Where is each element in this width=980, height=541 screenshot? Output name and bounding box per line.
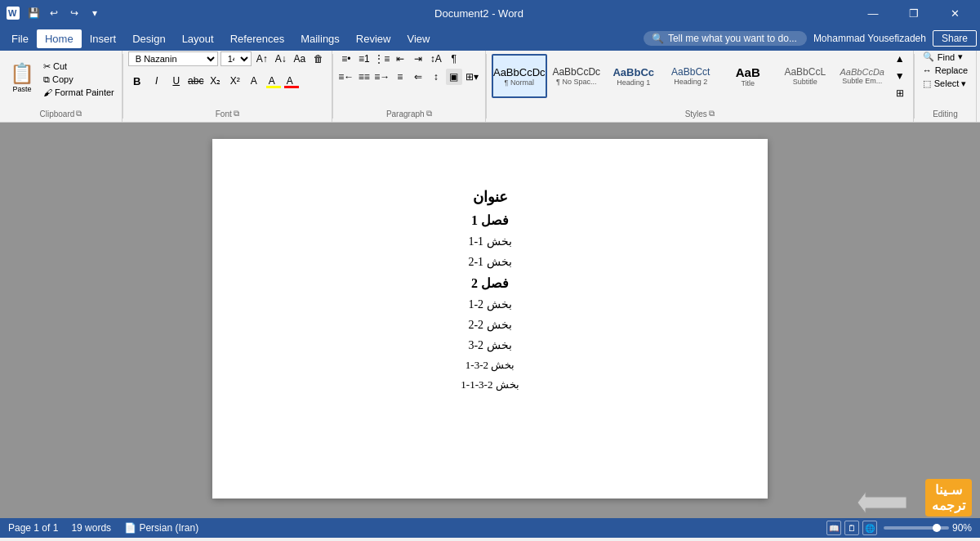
styles-more-button[interactable]: ⊞: [892, 85, 908, 101]
format-painter-icon: 🖌: [43, 87, 52, 97]
paste-button[interactable]: 📋 Paste: [5, 60, 39, 98]
title-bar: W 💾 ↩ ↪ ▾ Document2 - Word — ❐ ✕: [0, 0, 980, 26]
svg-text:W: W: [8, 8, 17, 18]
language-icon: 📄: [124, 522, 136, 534]
style-heading2[interactable]: AaBbCct Heading 2: [663, 54, 719, 98]
zoom-slider[interactable]: [884, 526, 949, 530]
styles-scroll-up[interactable]: ▲: [892, 51, 908, 67]
shading-button[interactable]: ▣: [446, 69, 462, 85]
zoom-thumb: [933, 524, 941, 532]
tell-me-search[interactable]: 🔍 Tell me what you want to do...: [644, 31, 807, 46]
doc-line-7: بخش 2-3: [278, 338, 702, 352]
change-case-button[interactable]: Aa: [292, 51, 308, 67]
align-right-button[interactable]: ≡→: [374, 69, 390, 85]
style-no-spacing[interactable]: AaBbCcDc ¶ No Spac...: [549, 54, 604, 98]
increase-indent-button[interactable]: ⇥: [410, 51, 426, 67]
menu-home[interactable]: Home: [37, 29, 82, 48]
rtl-button[interactable]: ⇐: [410, 69, 426, 85]
styles-scroll-down[interactable]: ▼: [892, 68, 908, 84]
font-bottom-row: B I U abc X₂ X² A A A: [128, 72, 327, 90]
replace-button[interactable]: ↔ Replace: [920, 65, 971, 76]
clipboard-expand-icon[interactable]: ⧉: [76, 109, 82, 118]
paste-label: Paste: [12, 85, 31, 93]
decrease-indent-button[interactable]: ⇤: [392, 51, 408, 67]
paragraph-expand-icon[interactable]: ⧉: [426, 109, 432, 118]
view-buttons: 📖 🗒 🌐: [826, 521, 877, 535]
text-effects-button[interactable]: A: [246, 73, 262, 89]
style-subtle-em[interactable]: AaBbCcDa Subtle Em...: [835, 54, 890, 98]
text-highlight-button[interactable]: A: [264, 73, 280, 89]
doc-line-3: بخش 1-2: [278, 255, 702, 269]
replace-icon: ↔: [923, 65, 932, 75]
share-button[interactable]: Share: [933, 30, 977, 47]
menu-view[interactable]: View: [399, 29, 438, 48]
style-title[interactable]: AaB Title: [720, 54, 776, 98]
paste-icon: 📋: [10, 62, 34, 85]
copy-button[interactable]: ⧉ Copy: [41, 74, 117, 86]
increase-font-button[interactable]: A↑: [254, 51, 270, 67]
format-painter-button[interactable]: 🖌 Format Painter: [41, 87, 117, 98]
menu-layout[interactable]: Layout: [174, 29, 222, 48]
strikethrough-button[interactable]: abc: [187, 72, 205, 90]
font-color-button[interactable]: A: [282, 73, 298, 89]
superscript-button[interactable]: X²: [226, 72, 244, 90]
align-left-button[interactable]: ≡←: [338, 69, 354, 85]
minimize-button[interactable]: —: [854, 0, 892, 26]
paragraph-controls: ≡• ≡1 ⋮≡ ⇤ ⇥ ↕A ¶ ≡← ≡≡ ≡→ ≡ ⇐ ↕ ▣ ⊞▾: [338, 51, 480, 85]
styles-expand-icon[interactable]: ⧉: [709, 109, 715, 118]
borders-button[interactable]: ⊞▾: [464, 69, 480, 85]
menu-review[interactable]: Review: [348, 29, 399, 48]
clear-formatting-button[interactable]: 🗑: [310, 51, 327, 67]
doc-line-6: بخش 2-2: [278, 318, 702, 332]
bold-button[interactable]: B: [128, 72, 146, 90]
style-heading1[interactable]: AaBbCc Heading 1: [606, 54, 662, 98]
subscript-button[interactable]: X₂: [207, 72, 225, 90]
menu-mailings[interactable]: Mailings: [292, 29, 348, 48]
find-button[interactable]: 🔍 Find ▾: [920, 51, 971, 63]
menu-bar-right: 🔍 Tell me what you want to do... Mohamma…: [644, 30, 977, 47]
doc-line-4: فصل 2: [278, 275, 702, 291]
font-size-selector[interactable]: 14: [220, 51, 252, 66]
brand-overlay: سـینا ترجمه: [925, 479, 972, 516]
numbering-button[interactable]: ≡1: [356, 51, 372, 67]
maximize-button[interactable]: ❐: [895, 0, 933, 26]
style-subtitle[interactable]: AaBbCcL Subtitle: [777, 54, 833, 98]
font-name-selector[interactable]: B Nazanin: [128, 51, 218, 66]
status-bar: Page 1 of 1 19 words 📄 Persian (Iran) 📖 …: [0, 518, 980, 538]
line-spacing-button[interactable]: ↕: [428, 69, 444, 85]
redo-button[interactable]: ↪: [65, 4, 83, 22]
paragraph-row1: ≡• ≡1 ⋮≡ ⇤ ⇥ ↕A ¶: [338, 51, 480, 67]
font-color-indicator: [284, 86, 299, 88]
print-layout-button[interactable]: 🗒: [844, 521, 859, 535]
style-normal[interactable]: AaBbCcDc ¶ Normal: [492, 54, 547, 98]
sort-button[interactable]: ↕A: [428, 51, 444, 67]
menu-references[interactable]: References: [222, 29, 292, 48]
justify-button[interactable]: ≡: [392, 69, 408, 85]
undo-button[interactable]: ↩: [45, 4, 63, 22]
read-view-button[interactable]: 📖: [826, 521, 841, 535]
save-button[interactable]: 💾: [24, 4, 42, 22]
font-expand-icon[interactable]: ⧉: [234, 109, 239, 118]
menu-bar: File Home Insert Design Layout Reference…: [0, 26, 980, 51]
show-hide-button[interactable]: ¶: [446, 51, 462, 67]
document-page[interactable]: عنوان فصل 1 بخش 1-1 بخش 1-2 فصل 2 بخش 2-…: [212, 139, 768, 499]
underline-button[interactable]: U: [167, 72, 185, 90]
user-name[interactable]: Mohammad Yousefizadeh: [813, 33, 926, 44]
multilevel-list-button[interactable]: ⋮≡: [374, 51, 390, 67]
menu-design[interactable]: Design: [124, 29, 173, 48]
scissors-icon: ✂: [43, 61, 51, 72]
menu-insert[interactable]: Insert: [82, 29, 125, 48]
align-center-button[interactable]: ≡≡: [356, 69, 372, 85]
quick-access-more-button[interactable]: ▾: [86, 4, 104, 22]
web-layout-button[interactable]: 🌐: [862, 521, 877, 535]
italic-button[interactable]: I: [148, 72, 166, 90]
bullets-button[interactable]: ≡•: [338, 51, 354, 67]
cut-button[interactable]: ✂ Cut: [41, 60, 117, 73]
style-subtle-em-label: Subtle Em...: [842, 77, 882, 85]
document-area[interactable]: عنوان فصل 1 بخش 1-1 بخش 1-2 فصل 2 بخش 2-…: [0, 123, 980, 518]
style-no-spacing-label: ¶ No Spac...: [556, 78, 596, 86]
select-button[interactable]: ⬚ Select ▾: [920, 78, 971, 90]
decrease-font-button[interactable]: A↓: [273, 51, 289, 67]
close-button[interactable]: ✕: [936, 0, 973, 26]
menu-file[interactable]: File: [3, 29, 37, 48]
